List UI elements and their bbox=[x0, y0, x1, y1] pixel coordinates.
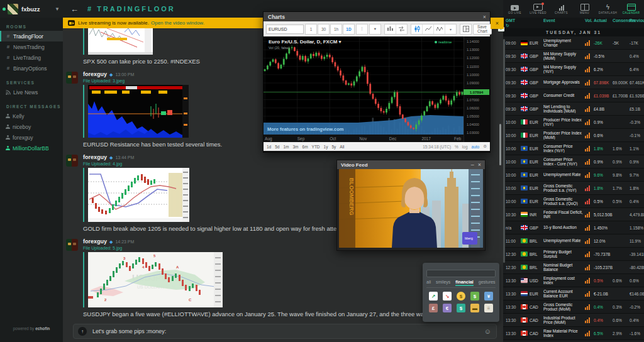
video-window-minimize-icon[interactable]: – bbox=[471, 162, 474, 168]
sidebar-service-live-news[interactable]: Live News bbox=[0, 87, 63, 97]
interval-button-1h[interactable]: 1h bbox=[330, 24, 342, 35]
calendar-row[interactable]: 12:30BRLNominal Budget Balance-105.237B-… bbox=[503, 261, 644, 274]
calendar-scrollbar-thumb[interactable] bbox=[503, 39, 505, 263]
refresh-icon[interactable]: ↻ bbox=[506, 23, 521, 28]
topbar-icon-charts[interactable]: CHARTS bbox=[550, 3, 573, 14]
range-button-5y[interactable]: 5y bbox=[331, 145, 336, 149]
avatar[interactable] bbox=[66, 239, 78, 251]
emoji-tab-gestures[interactable]: gestures bbox=[479, 280, 496, 286]
col-header-actual[interactable]: Actual bbox=[594, 18, 613, 23]
calendar-row[interactable]: 13:30CADIndustrial Product Price (MoM)0.… bbox=[503, 314, 644, 327]
waves-icon[interactable] bbox=[434, 25, 445, 34]
emoji-dollar-banknote[interactable]: $ bbox=[470, 292, 479, 301]
calendar-row[interactable]: 10:00EURGross Domestic Product s.a. (YoY… bbox=[503, 182, 644, 195]
calendar-row[interactable]: 09:30GBPM4 Money Supply (MoM)-0.5%0.4% bbox=[503, 50, 644, 63]
save-chart-button[interactable]: Save Chart bbox=[473, 24, 492, 35]
calendar-row[interactable]: 09:30GBPNet Lending to Individuals (MoM)… bbox=[503, 102, 644, 116]
workspace-header[interactable]: fxbuzz ▼ bbox=[0, 0, 63, 18]
emoji-credit-card[interactable]: ▬ bbox=[470, 304, 479, 312]
emoji-chart-increasing[interactable]: ↗ bbox=[429, 292, 438, 301]
back-arrow-icon[interactable]: ← bbox=[70, 4, 79, 14]
emoji-pound-banknote[interactable]: £ bbox=[429, 304, 438, 312]
range-button-1d[interactable]: 1d bbox=[267, 145, 271, 149]
range-button-3m[interactable]: 3m bbox=[293, 145, 299, 149]
uploaded-chart-image-usdjpy[interactable]: USDJPY 60US DOLLAR / YEN3542AC bbox=[88, 252, 223, 307]
calendar-row[interactable]: 13:30CADRaw Material Price Index6.5%2.9%… bbox=[503, 327, 644, 340]
calendar-row[interactable]: 13:30USDEmployment cost index0.5%0.6%0.6… bbox=[503, 274, 644, 287]
range-button-5d[interactable]: 5d bbox=[275, 145, 279, 149]
charts-window-titlebar[interactable]: Charts × bbox=[264, 12, 490, 21]
range-button-YTD[interactable]: YTD bbox=[312, 145, 320, 149]
calendar-row[interactable]: 10:00EURProducer Price Index (MoM)0.6%-0… bbox=[503, 129, 644, 142]
calendar-row[interactable]: 10:00EURConsumer Price Index - Core (YoY… bbox=[503, 155, 644, 168]
topbar-icon-calendar[interactable]: CALENDAR bbox=[619, 3, 643, 14]
emoji-receipt[interactable]: ≡ bbox=[484, 304, 493, 312]
calendar-row[interactable]: 13:30EURCurrent Account Balance EUR€-21.… bbox=[503, 287, 644, 301]
bars-icon[interactable] bbox=[385, 25, 396, 34]
sidebar-room-tradingfloor[interactable]: #TradingFloor bbox=[0, 31, 63, 41]
calendar-row[interactable]: 09:30GBPMortgage Approvals67.898K69.000K… bbox=[503, 76, 644, 89]
sidebar-room-binaryoptions[interactable]: #BinaryOptions bbox=[0, 63, 63, 74]
interval-button-1D[interactable]: 1D bbox=[343, 24, 355, 35]
calendar-row[interactable]: 09:30GBPConsumer Credit£1.039B£1.700B£1.… bbox=[503, 89, 644, 102]
emoji-euro-banknote[interactable]: € bbox=[443, 304, 452, 312]
calendar-row[interactable]: 09:00EURUnemployment Change-26K-5K-17K bbox=[503, 36, 644, 50]
topbar-icon-dataflash[interactable]: ϟDATAFLASH bbox=[596, 3, 619, 14]
username[interactable]: forexguy bbox=[83, 71, 107, 77]
calendar-row[interactable]: 10:00EURConsumer Price Index (YoY)1.8%1.… bbox=[503, 142, 644, 155]
scale-button-auto[interactable]: auto bbox=[472, 145, 480, 149]
calendar-row[interactable]: 13:30CADGross Domestic Product (MoM)0.4%… bbox=[503, 301, 644, 314]
candles-icon[interactable] bbox=[411, 25, 423, 34]
col-header-previous[interactable]: Previous bbox=[630, 18, 644, 23]
calendar-row[interactable]: 12:30BRLPrimary Budget Surplus-70.737B-3… bbox=[503, 248, 644, 261]
emoji-tab-smileys[interactable]: smileys bbox=[436, 280, 450, 286]
range-button-6m[interactable]: 6m bbox=[303, 145, 308, 149]
topbar-icon-live-feed[interactable]: LIVE FEED bbox=[526, 3, 550, 14]
calendar-row[interactable]: 10:30INRFederal Fiscal Deficit, INR5,012… bbox=[503, 208, 644, 221]
col-header-consensus[interactable]: Consensus bbox=[613, 18, 630, 23]
emoji-money-with-wings[interactable]: $ bbox=[457, 304, 465, 312]
topbar-icon-go-live[interactable]: GO LIVE bbox=[503, 3, 526, 14]
video-window-titlebar[interactable]: Video Feed – × bbox=[337, 160, 485, 169]
emoji-button[interactable]: ☺ bbox=[484, 328, 491, 335]
upload-button[interactable]: ↑ bbox=[78, 327, 87, 336]
uploaded-chart-image-eurusd[interactable] bbox=[88, 85, 189, 138]
chart-settings-icon[interactable]: ⚙ bbox=[483, 144, 487, 149]
layout-icon[interactable] bbox=[460, 25, 471, 34]
emoji-search-input[interactable] bbox=[426, 270, 496, 277]
sidebar-dm-milliondollarbb[interactable]: MillionDollarBB bbox=[0, 143, 63, 153]
video-feed-content[interactable]: BLOOMBERGbberg bbox=[339, 169, 483, 248]
username[interactable]: forexguy bbox=[83, 238, 107, 245]
scale-button-%[interactable]: % bbox=[455, 145, 458, 149]
col-header-event[interactable]: Event bbox=[543, 18, 585, 23]
sidebar-dm-forexguy[interactable]: forexguy bbox=[0, 132, 63, 143]
range-button-1y[interactable]: 1y bbox=[324, 145, 328, 149]
sidebar-room-livetrading[interactable]: #LiveTrading bbox=[0, 52, 63, 63]
calendar-row[interactable]: 09:30GBPM4 Money Supply (YoY)6.2%6.4% bbox=[503, 63, 644, 76]
chevron-down-icon[interactable]: ▼ bbox=[55, 6, 60, 12]
charts-window-close-icon[interactable]: × bbox=[483, 14, 486, 20]
interval-dropdown[interactable]: ▾ bbox=[369, 24, 381, 35]
calendar-row[interactable]: 11:00BRLUnemployment Rate12.0%11.9% bbox=[503, 234, 644, 248]
username[interactable]: forexguy bbox=[83, 154, 107, 160]
calendar-row[interactable]: 10:00EURGross Domestic Product s.a. (QoQ… bbox=[503, 195, 644, 208]
col-header-gmt[interactable]: GMT bbox=[506, 18, 521, 23]
video-window-close-icon[interactable]: × bbox=[478, 162, 481, 168]
avatar[interactable] bbox=[66, 72, 78, 84]
sidebar-dm-niceboy[interactable]: niceboy bbox=[0, 121, 63, 132]
chart-symbol-label[interactable]: Euro Fx/U.S. Dollar, D, FXCM ▾ bbox=[269, 39, 341, 45]
range-button-All[interactable]: All bbox=[340, 145, 344, 149]
emoji-money-mouth-face[interactable]: $ bbox=[457, 292, 465, 301]
tools-dropdown[interactable]: ▾ bbox=[445, 25, 456, 34]
interval-button-30[interactable]: 30 bbox=[318, 24, 330, 35]
candlestick-chart[interactable]: More features on tradingview.comAugSepOc… bbox=[264, 36, 464, 142]
banner-close-button[interactable]: × bbox=[491, 18, 504, 29]
line-icon[interactable] bbox=[423, 25, 434, 34]
calendar-row[interactable]: 10:00EURProducer Price Index (YoY)0.9%-0… bbox=[503, 116, 644, 129]
compare-icon[interactable] bbox=[396, 25, 407, 34]
uploaded-chart-image-spx[interactable] bbox=[88, 28, 153, 55]
calendar-row[interactable]: 10:00EURUnemployment Rate9.6%9.8%9.7% bbox=[503, 168, 644, 182]
open-video-window-link[interactable]: Open the video window. bbox=[151, 20, 204, 26]
interval-button-1[interactable]: 1 bbox=[305, 24, 317, 35]
emoji-chart-decreasing[interactable]: ↘ bbox=[443, 292, 452, 301]
